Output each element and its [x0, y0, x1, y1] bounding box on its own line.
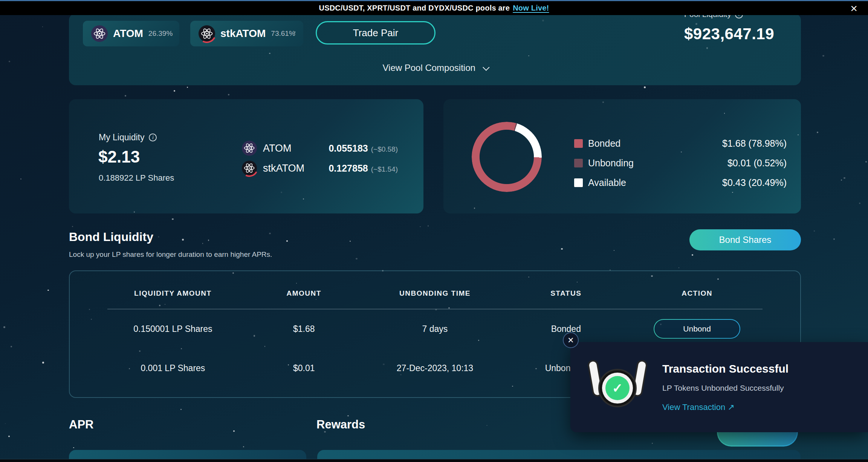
legend-item: Available $0.43 (20.49%) [574, 177, 787, 188]
cell-liquidity: 0.150001 LP Shares [107, 324, 238, 334]
token-name: ATOM [263, 143, 292, 154]
legend-item: Bonded $1.68 (78.98%) [574, 138, 787, 149]
trade-pair-button[interactable]: Trade Pair [316, 21, 436, 45]
external-arrow-icon: ↗ [727, 402, 734, 412]
token-symbol: ATOM [113, 28, 143, 40]
check-icon: ✓ [605, 376, 630, 400]
announcement-banner: USDC/USDT, XPRT/USDT and DYDX/USDC pools… [0, 0, 868, 15]
pool-liquidity-value: $923,647.19 [684, 25, 774, 43]
bottom-edge-strip [0, 459, 868, 462]
liquidity-breakdown-card: Bonded $1.68 (78.98%) Unbonding $0.01 (0… [443, 99, 801, 213]
token-share: 73.61% [271, 29, 295, 38]
rewards-section-title: Rewards [316, 418, 365, 431]
view-pool-composition-toggle[interactable]: View Pool Composition [69, 63, 801, 73]
col-header-amount: AMOUNT [238, 289, 370, 298]
now-live-link[interactable]: Now Live! [513, 4, 549, 12]
my-liquidity-label-row: My Liquidity i [99, 132, 157, 143]
token-badge-stkatom: stkATOM 73.61% [190, 21, 303, 46]
token-name: stkATOM [263, 163, 304, 174]
apr-section-title: APR [69, 418, 93, 431]
token-badge-atom: ATOM 26.39% [83, 21, 179, 46]
my-liquidity-card: My Liquidity i $2.13 0.188922 LP Shares … [69, 99, 423, 213]
token-amount-row: stkATOM 0.127858 (~$1.54) [242, 160, 398, 177]
my-liquidity-value: $2.13 [98, 147, 140, 166]
chevron-down-icon [483, 64, 489, 71]
bond-liquidity-subtitle: Lock up your LP shares for longer durati… [69, 250, 272, 259]
announcement-text: USDC/USDT, XPRT/USDT and DYDX/USDC pools… [319, 4, 549, 12]
info-icon[interactable]: i [149, 134, 157, 141]
legend-label: Bonded [588, 138, 620, 149]
token-usd: (~$0.58) [371, 145, 398, 153]
legend-swatch-bonded [574, 139, 583, 148]
toast-close-icon[interactable]: × [563, 332, 579, 348]
banner-close-icon[interactable]: × [850, 2, 857, 14]
legend-swatch-unbonding [574, 159, 583, 167]
chart-legend: Bonded $1.68 (78.98%) Unbonding $0.01 (0… [574, 138, 787, 196]
my-lp-shares: 0.188922 LP Shares [99, 173, 174, 183]
robot-head: ✓ [598, 369, 637, 407]
legend-value: $0.01 (0.52%) [727, 158, 787, 169]
legend-label: Available [588, 177, 626, 188]
announcement-message: USDC/USDT, XPRT/USDT and DYDX/USDC pools… [319, 4, 510, 12]
legend-swatch-available [574, 178, 583, 187]
app-root: USDC/USDT, XPRT/USDT and DYDX/USDC pools… [0, 0, 868, 462]
legend-label: Unbonding [588, 158, 634, 169]
cell-status: Bonded [500, 324, 631, 334]
bond-shares-button[interactable]: Bond Shares [689, 229, 801, 250]
atom-coin-icon [91, 25, 108, 42]
stkatom-coin-icon [199, 25, 215, 42]
table-header-row: LIQUIDITY AMOUNT AMOUNT UNBONDING TIME S… [107, 289, 763, 298]
unbond-button[interactable]: Unbond [654, 319, 740, 339]
token-share: 26.39% [148, 29, 173, 38]
view-pool-composition-label: View Pool Composition [382, 63, 475, 73]
cell-amount: $1.68 [238, 324, 370, 334]
col-header-unbonding-time: UNBONDING TIME [370, 289, 501, 298]
token-amount-row: ATOM 0.055183 (~$0.58) [242, 140, 398, 157]
legend-value: $1.68 (78.98%) [722, 138, 787, 149]
col-header-status: STATUS [500, 289, 631, 298]
col-header-action: ACTION [631, 289, 763, 298]
legend-item: Unbonding $0.01 (0.52%) [574, 157, 787, 169]
pool-header-card: ATOM 26.39% stkATOM 73.61% Trade Pair Po… [69, 14, 801, 85]
transaction-toast: × ✓ Transaction Successful LP Tokens Unb… [570, 342, 868, 432]
token-usd: (~$1.54) [371, 165, 398, 173]
token-amount: 0.127858 [329, 163, 368, 174]
bond-liquidity-title: Bond Liquidity [69, 230, 153, 244]
cell-amount: $0.01 [238, 363, 370, 373]
view-transaction-link[interactable]: View Transaction ↗ [662, 402, 789, 412]
token-symbol: stkATOM [220, 28, 266, 40]
view-transaction-label: View Transaction [662, 402, 725, 412]
robot-success-icon: ✓ [589, 359, 646, 416]
cell-unbonding-time: 7 days [370, 324, 501, 334]
my-liquidity-label: My Liquidity [99, 132, 144, 143]
legend-value: $0.43 (20.49%) [722, 177, 787, 188]
toast-subtitle: LP Tokens Unbonded Successfully [662, 384, 789, 393]
cell-liquidity: 0.001 LP Shares [107, 363, 238, 373]
cell-unbonding-time: 27-Dec-2023, 10:13 [370, 363, 501, 373]
col-header-liquidity-amount: LIQUIDITY AMOUNT [107, 289, 238, 298]
stkatom-coin-icon [242, 161, 257, 176]
token-amount: 0.055183 [329, 143, 368, 154]
toast-title: Transaction Successful [662, 362, 789, 375]
atom-coin-icon [242, 141, 257, 156]
donut-chart [472, 122, 542, 192]
